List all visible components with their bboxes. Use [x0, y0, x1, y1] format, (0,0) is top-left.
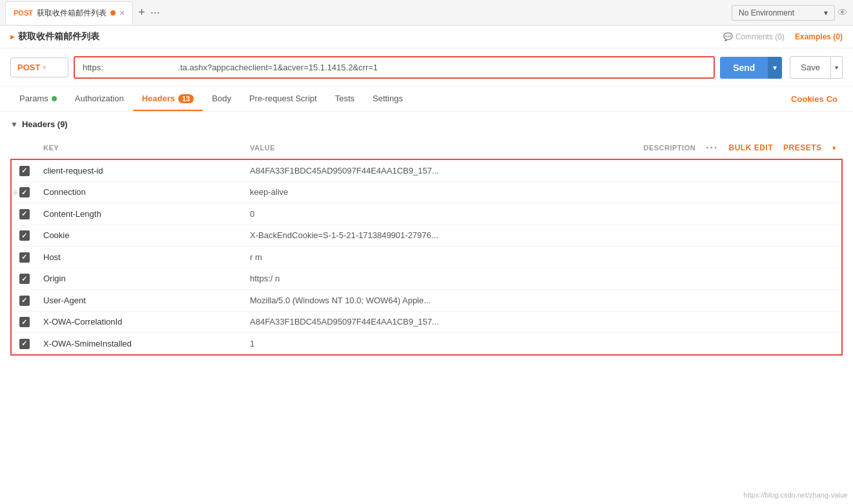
row-checkbox[interactable]	[19, 187, 30, 197]
presets-button[interactable]: Presets	[783, 143, 822, 152]
request-title-bar: ▸ 获取收件箱邮件列表 💬 Comments (0) Examples (0)	[0, 26, 853, 48]
environment-eye-icon[interactable]: 👁	[838, 7, 848, 19]
method-dropdown-arrow-icon: ▾	[43, 64, 46, 71]
drag-handle-icon[interactable]: ≡	[13, 188, 17, 197]
comment-icon: 💬	[723, 32, 733, 41]
method-selector[interactable]: POST ▾	[10, 57, 68, 77]
row-description	[515, 159, 842, 181]
section-collapse-icon[interactable]: ▼	[10, 120, 18, 129]
tab-authorization[interactable]: Authorization	[66, 87, 133, 111]
headers-section: ▼ Headers (9) KEY VALUE DESCRIPTION ··· …	[0, 112, 853, 363]
url-input[interactable]	[74, 56, 715, 79]
table-row: X-OWA-SmimeInstalled1	[11, 333, 842, 355]
tab-close-icon[interactable]: ×	[119, 8, 125, 18]
row-key: Host	[37, 247, 243, 268]
row-key: User-Agent	[37, 290, 243, 312]
row-checkbox[interactable]	[19, 209, 30, 219]
headers-label: Headers	[142, 94, 175, 103]
row-description	[515, 247, 842, 268]
comments-button[interactable]: 💬 Comments (0)	[723, 32, 785, 41]
row-checkbox-cell	[11, 247, 37, 268]
tab-headers[interactable]: Headers 13	[133, 87, 203, 111]
row-description	[515, 333, 842, 355]
row-description	[515, 203, 842, 225]
request-title: ▸ 获取收件箱邮件列表	[10, 31, 99, 43]
row-checkbox[interactable]	[19, 339, 30, 349]
row-checkbox[interactable]	[19, 230, 30, 241]
row-value: keep-alive	[243, 181, 515, 203]
row-checkbox[interactable]	[19, 166, 30, 176]
row-checkbox-cell	[11, 159, 37, 181]
collapse-arrow-icon[interactable]: ▸	[10, 32, 14, 41]
table-row: Hostr m	[11, 247, 842, 268]
tab-body[interactable]: Body	[203, 87, 240, 111]
environment-selector[interactable]: No Environment ▾	[732, 5, 835, 21]
table-row: ≡Connectionkeep-alive	[11, 181, 842, 203]
environment-arrow: ▾	[824, 8, 828, 17]
cookies-button[interactable]: Cookies	[791, 94, 824, 104]
row-checkbox-cell	[11, 268, 37, 290]
tab-dirty-indicator	[110, 10, 116, 15]
th-description: DESCRIPTION ··· Bulk Edit Presets ▾	[515, 137, 842, 159]
send-dropdown-arrow[interactable]: ▾	[768, 57, 782, 79]
tab-tests[interactable]: Tests	[326, 87, 364, 111]
headers-table: KEY VALUE DESCRIPTION ··· Bulk Edit Pres…	[10, 137, 843, 356]
environment-name: No Environment	[739, 8, 794, 17]
row-checkbox-cell: ≡	[11, 181, 37, 203]
table-row: Originhttps:/ n	[11, 268, 842, 290]
table-row: Content-Length0	[11, 203, 842, 225]
row-value: 0	[243, 203, 515, 225]
more-options-icon[interactable]: ···	[706, 142, 718, 154]
row-description	[515, 290, 842, 312]
th-value: VALUE	[243, 137, 515, 159]
table-header-row: KEY VALUE DESCRIPTION ··· Bulk Edit Pres…	[11, 137, 842, 159]
row-checkbox[interactable]	[19, 317, 30, 327]
row-description	[515, 225, 842, 247]
params-label: Params	[19, 94, 48, 103]
presets-arrow-icon[interactable]: ▾	[832, 145, 836, 152]
table-row: X-OWA-CorrelationIdA84FA33F1BDC45AD95097…	[11, 311, 842, 333]
cookies-area: Cookies Co	[786, 88, 843, 110]
row-description	[515, 268, 842, 290]
th-checkbox	[11, 137, 37, 159]
bulk-edit-button[interactable]: Bulk Edit	[728, 143, 773, 152]
row-value: 1	[243, 333, 515, 355]
body-label: Body	[212, 94, 231, 103]
active-tab[interactable]: POST 获取收件箱邮件列表 ×	[5, 1, 133, 25]
request-nav-tabs: Params Authorization Headers 13 Body Pre…	[0, 87, 853, 112]
row-key: Origin	[37, 268, 243, 290]
headers-rows: client-request-idA84FA33F1BDC45AD95097F4…	[11, 159, 842, 355]
row-description	[515, 181, 842, 203]
th-key: KEY	[37, 137, 243, 159]
send-button-group: Send ▾	[720, 57, 782, 79]
headers-badge: 13	[178, 94, 194, 103]
row-value: r m	[243, 247, 515, 268]
request-name: 获取收件箱邮件列表	[18, 31, 99, 43]
section-title: ▼ Headers (9)	[10, 119, 843, 129]
save-button[interactable]: Save	[790, 56, 831, 79]
row-key: X-OWA-SmimeInstalled	[37, 333, 243, 355]
row-description	[515, 311, 842, 333]
tab-params[interactable]: Params	[10, 87, 66, 111]
add-tab-button[interactable]: +	[138, 6, 145, 19]
row-checkbox-cell	[11, 290, 37, 312]
tab-settings[interactable]: Settings	[364, 87, 412, 111]
examples-button[interactable]: Examples (0)	[795, 32, 843, 41]
row-key: Connection	[37, 181, 243, 203]
table-row: CookieX-BackEndCookie=S-1-5-21-171384990…	[11, 225, 842, 247]
more-tabs-button[interactable]: ···	[150, 6, 160, 19]
params-dot	[52, 96, 57, 101]
row-checkbox[interactable]	[19, 274, 30, 284]
row-value: A84FA33F1BDC45AD95097F44E4AA1CB9_157...	[243, 159, 515, 181]
send-button[interactable]: Send	[720, 57, 768, 79]
tab-pre-request-script[interactable]: Pre-request Script	[240, 87, 326, 111]
row-checkbox-cell	[11, 225, 37, 247]
row-checkbox[interactable]	[19, 296, 30, 306]
row-key: client-request-id	[37, 159, 243, 181]
save-dropdown-arrow[interactable]: ▾	[831, 56, 843, 79]
row-key: X-OWA-CorrelationId	[37, 311, 243, 333]
row-value: https:/ n	[243, 268, 515, 290]
row-value: A84FA33F1BDC45AD95097F44E4AA1CB9_157...	[243, 311, 515, 333]
row-checkbox[interactable]	[19, 252, 30, 263]
table-row: User-AgentMozilla/5.0 (Windows NT 10.0; …	[11, 290, 842, 312]
